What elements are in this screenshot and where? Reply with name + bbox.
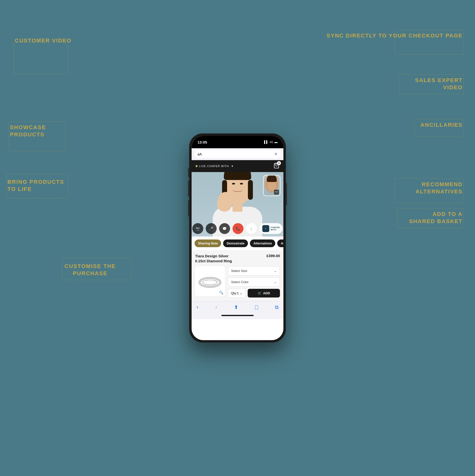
end-call-button[interactable]: 📞 (233, 223, 243, 234)
power-button[interactable] (286, 183, 287, 205)
video-icon: 📷 (196, 227, 200, 231)
product-image-container: 🔍 (195, 266, 225, 296)
svg-point-7 (208, 280, 209, 281)
share-button[interactable]: ⬆ (234, 304, 238, 310)
qty-add-row: Qty:1 ⌄ 🛒 ADD (228, 289, 280, 298)
mic-icon: 🎤 (209, 227, 213, 231)
mute-toggle-button[interactable]: 🎤 (206, 223, 217, 234)
download-button[interactable]: ↓ (246, 223, 257, 234)
browser-bar: aA ✕ (192, 148, 283, 160)
status-icons: ▌▌ 4G ▬ (264, 140, 277, 144)
svg-point-10 (214, 280, 215, 281)
battery-icon: ▬ (274, 140, 277, 144)
confer-with-button[interactable]: C CONFERWITH (259, 223, 283, 234)
annotation-box-showcase (9, 121, 66, 151)
chat-button[interactable]: 💬 (219, 223, 230, 234)
add-to-cart-button[interactable]: 🛒 ADD (248, 289, 280, 298)
zoom-icon[interactable]: 🔍 (219, 291, 223, 295)
home-indicator-area (192, 313, 283, 319)
forward-button[interactable]: › (215, 304, 217, 310)
back-button[interactable]: ‹ (197, 304, 198, 310)
color-select-label: Select Color (231, 280, 249, 284)
tab-demonstrate[interactable]: Demostrate (223, 239, 248, 247)
video-area: 📷 📷 🎤 💬 📞 (192, 172, 283, 237)
size-select-label: Select Size (231, 269, 247, 273)
ring-image (198, 271, 222, 291)
size-select-dropdown[interactable]: Select Size ⌄ (228, 266, 280, 275)
notch (221, 136, 254, 144)
product-price: £399.00 (267, 254, 280, 258)
svg-point-5 (204, 280, 205, 281)
product-options: Select Size ⌄ Select Color ⌄ Qty:1 ⌄ (228, 266, 280, 298)
tab-sharing-now[interactable]: Sharing Now (195, 239, 221, 247)
product-area: Tiara Design Silver 0.15ct Diamond Ring … (192, 250, 283, 301)
cart-badge: 5 (277, 161, 281, 165)
home-indicator-bar[interactable] (221, 315, 254, 316)
confer-label: CONFERWITH (271, 226, 280, 231)
annotation-box-recommend (394, 178, 464, 203)
product-content: 🔍 Select Size ⌄ Select Color ⌄ (195, 266, 280, 298)
add-label: ADD (263, 291, 270, 295)
camera-icon: 📷 (274, 190, 279, 195)
chat-icon: 💬 (222, 227, 227, 231)
tab-alternatives[interactable]: Alternatives (250, 239, 275, 247)
sales-expert-video-thumbnail[interactable]: 📷 (263, 175, 280, 196)
download-icon: ↓ (250, 227, 252, 231)
svg-point-9 (212, 280, 213, 281)
phone-device: 13:05 ▌▌ 4G ▬ aA ✕ LIVE CONFER WITH (189, 133, 286, 343)
svg-point-6 (206, 280, 207, 281)
tabs-bar: Sharing Now Demostrate Alternatives Addi… (192, 237, 283, 250)
product-title: Tiara Design Silver 0.15ct Diamond Ring (195, 254, 235, 263)
quantity-chevron-icon: ⌄ (240, 291, 242, 295)
volume-down-button[interactable] (188, 200, 189, 216)
browser-navigation: ‹ › ⬆ ⎕ ⧉ (192, 301, 283, 313)
product-header: Tiara Design Silver 0.15ct Diamond Ring … (195, 254, 280, 263)
call-controls: 📷 🎤 💬 📞 ↓ C (192, 223, 283, 234)
browser-url-bar[interactable]: aA ✕ (195, 150, 280, 158)
end-call-icon: 📞 (236, 227, 240, 231)
quantity-label: Qty:1 (231, 291, 239, 295)
tab-alternatives-label: Alternatives (253, 241, 272, 245)
signal-icon: ▌▌ (264, 140, 268, 144)
live-chevron-icon: ▾ (232, 164, 233, 168)
status-bar: 13:05 ▌▌ 4G ▬ (192, 136, 283, 148)
annotation-box-customer-video (14, 42, 68, 74)
annotation-box-sync-checkout (394, 30, 464, 55)
tabs-button[interactable]: ⧉ (275, 304, 278, 310)
annotation-box-sales-expert (399, 74, 464, 94)
status-time: 13:05 (198, 140, 207, 144)
annotation-box-bring-products (6, 174, 68, 198)
size-chevron-icon: ⌄ (274, 269, 277, 273)
bookmarks-button[interactable]: ⎕ (255, 304, 258, 310)
quantity-selector[interactable]: Qty:1 ⌄ (228, 289, 246, 298)
cart-button[interactable]: 5 (273, 163, 279, 170)
phone-screen: 13:05 ▌▌ 4G ▬ aA ✕ LIVE CONFER WITH (192, 136, 283, 340)
network-icon: 4G (270, 141, 273, 144)
live-dot (196, 165, 198, 167)
annotation-box-customise (62, 258, 132, 280)
tab-demonstrate-label: Demostrate (227, 241, 244, 245)
live-text: LIVE CONFER WITH (199, 165, 229, 168)
svg-point-11 (216, 281, 217, 282)
confer-logo: C (262, 225, 269, 232)
svg-point-8 (210, 280, 211, 281)
cart-icon-add: 🛒 (258, 291, 262, 295)
live-bar: LIVE CONFER WITH ▾ 5 (192, 160, 283, 172)
color-chevron-icon: ⌄ (274, 280, 277, 284)
tab-additions-label: Additions (281, 241, 283, 245)
annotation-box-basket (397, 208, 464, 228)
video-toggle-button[interactable]: 📷 (192, 223, 203, 234)
browser-aa-label: aA (198, 152, 202, 156)
tab-additions[interactable]: Additions (277, 239, 283, 247)
browser-close-button[interactable]: ✕ (274, 152, 277, 156)
color-select-dropdown[interactable]: Select Color ⌄ (228, 277, 280, 287)
mute-button[interactable] (188, 168, 189, 177)
phone-body: 13:05 ▌▌ 4G ▬ aA ✕ LIVE CONFER WITH (189, 133, 286, 343)
svg-point-4 (202, 281, 203, 282)
tab-sharing-now-label: Sharing Now (198, 241, 218, 245)
live-indicator[interactable]: LIVE CONFER WITH ▾ (196, 164, 233, 168)
volume-up-button[interactable] (188, 180, 189, 197)
annotation-box-ancillaries (414, 119, 464, 136)
